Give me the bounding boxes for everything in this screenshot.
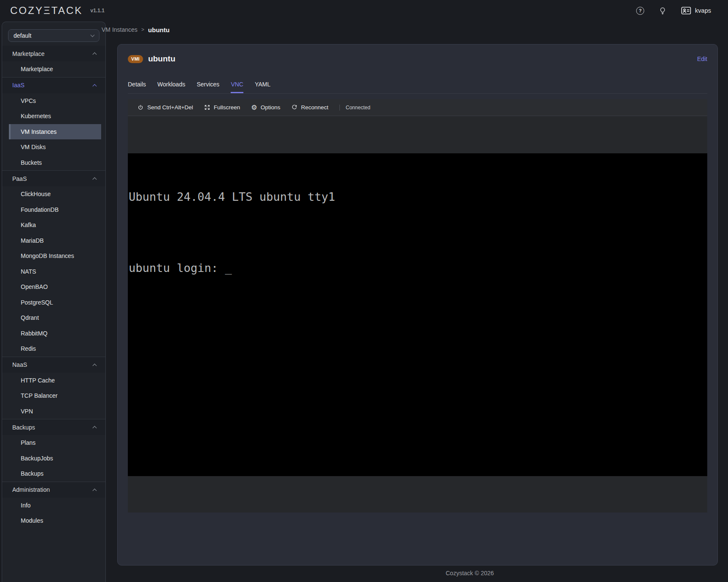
item-label: Qdrant — [21, 314, 39, 321]
send-ctrl-alt-del-button[interactable]: Send Ctrl+Alt+Del — [137, 104, 193, 111]
vnc-console-screen[interactable]: Ubuntu 24.04.4 LTS ubuntu tty1 ubuntu lo… — [128, 153, 707, 476]
sidebar-item-nats[interactable]: NATS — [9, 264, 101, 280]
item-label: OpenBAO — [21, 283, 48, 290]
username: kvaps — [695, 7, 711, 14]
item-label: Kafka — [21, 222, 36, 228]
item-label: Kubernetes — [21, 113, 51, 119]
section-label: Marketplace — [12, 50, 44, 57]
item-label: MongoDB Instances — [21, 252, 74, 259]
sidebar-item-http-cache[interactable]: HTTP Cache — [9, 373, 101, 388]
section-label: Backups — [12, 424, 35, 431]
item-label: VPCs — [21, 97, 36, 104]
sidebar-item-vm-instances[interactable]: VM Instances — [9, 124, 101, 140]
footer-copyright: Cozystack © 2026 — [446, 570, 494, 576]
sidebar-item-modules[interactable]: Modules — [9, 513, 101, 529]
button-label: Send Ctrl+Alt+Del — [147, 104, 193, 111]
section-header-naas[interactable]: NaaS — [2, 357, 105, 373]
chevron-up-icon — [93, 84, 97, 88]
sidebar-item-openbao[interactable]: OpenBAO — [9, 279, 101, 295]
namespace-select-value: default — [14, 32, 31, 39]
section-header-iaas[interactable]: IaaS — [2, 78, 105, 93]
sidebar-item-tcp-balancer[interactable]: TCP Balancer — [9, 388, 101, 404]
button-label: Reconnect — [301, 104, 328, 111]
reconnect-button[interactable]: Reconnect — [291, 104, 328, 111]
theme-toggle-button[interactable] — [659, 7, 667, 15]
sidebar-item-rabbitmq[interactable]: RabbitMQ — [9, 326, 101, 341]
breadcrumb-separator: > — [141, 27, 144, 33]
breadcrumb-vm-instances[interactable]: VM Instances — [102, 26, 138, 33]
section-header-paas[interactable]: PaaS — [2, 171, 105, 186]
chevron-up-icon — [93, 426, 97, 430]
item-label: FoundationDB — [21, 206, 59, 213]
item-label: VPN — [21, 408, 33, 415]
sidebar-item-vpn[interactable]: VPN — [9, 404, 101, 419]
sidebar-item-marketplace[interactable]: Marketplace — [9, 61, 101, 77]
item-label: RabbitMQ — [21, 330, 47, 337]
sidebar-item-backupjobs[interactable]: BackupJobs — [9, 451, 101, 466]
sidebar-item-redis[interactable]: Redis — [9, 341, 101, 357]
button-label: Options — [261, 104, 281, 111]
tab-details[interactable]: Details — [128, 78, 146, 93]
sidebar-item-kubernetes[interactable]: Kubernetes — [9, 108, 101, 124]
section-marketplace: Marketplace Marketplace — [2, 46, 105, 77]
item-label: Info — [21, 502, 30, 509]
app-logo: COZYΞTACK — [10, 5, 83, 17]
sidebar-item-mariadb[interactable]: MariaDB — [9, 233, 101, 249]
fullscreen-button[interactable]: Fullscreen — [204, 104, 240, 111]
sidebar-item-buckets[interactable]: Buckets — [9, 155, 101, 171]
item-label: VM Instances — [21, 128, 57, 135]
item-label: BackupJobs — [21, 455, 53, 462]
help-button[interactable]: ? — [636, 7, 644, 15]
section-header-backups[interactable]: Backups — [2, 419, 105, 435]
section-label: IaaS — [12, 82, 25, 89]
tab-workloads[interactable]: Workloads — [157, 78, 185, 93]
section-header-marketplace[interactable]: Marketplace — [2, 46, 105, 61]
item-label: Backups — [21, 470, 44, 477]
item-label: Buckets — [21, 159, 42, 166]
section-header-administration[interactable]: Administration — [2, 482, 105, 498]
item-label: MariaDB — [21, 237, 44, 244]
footer: Cozystack © 2026 — [102, 570, 728, 576]
vm-detail-card: VMI ubuntu Edit Details Workloads Servic… — [117, 44, 718, 565]
section-label: PaaS — [12, 175, 27, 182]
fullscreen-icon — [204, 104, 210, 111]
id-card-icon — [681, 6, 691, 15]
gear-icon: ⚙ — [251, 104, 257, 111]
console-line: Ubuntu 24.04.4 LTS ubuntu tty1 — [129, 191, 706, 203]
console-prompt: ubuntu login: — [129, 261, 225, 274]
sidebar-item-info[interactable]: Info — [9, 498, 101, 513]
sidebar-menu: Marketplace Marketplace IaaS VPCs Kubern… — [2, 46, 105, 529]
item-label: ClickHouse — [21, 191, 51, 197]
item-label: Plans — [21, 439, 36, 446]
sidebar-item-kafka[interactable]: Kafka — [9, 217, 101, 233]
user-menu[interactable]: kvaps — [681, 6, 711, 15]
sidebar-item-vm-disks[interactable]: VM Disks — [9, 139, 101, 155]
sidebar-item-qdrant[interactable]: Qdrant — [9, 310, 101, 326]
item-label: Modules — [21, 517, 43, 524]
topbar: COZYΞTACK v1.1.1 ? kvaps — [0, 0, 728, 21]
console-prompt-line: ubuntu login: _ — [129, 262, 706, 274]
sidebar-item-backups[interactable]: Backups — [9, 466, 101, 482]
vnc-panel: Ubuntu 24.04.4 LTS ubuntu tty1 ubuntu lo… — [128, 116, 707, 513]
namespace-select[interactable]: default — [8, 29, 99, 42]
vnc-toolbar: Send Ctrl+Alt+Del Fullscreen ⚙ Options — [128, 99, 707, 116]
tab-services[interactable]: Services — [197, 78, 220, 93]
options-button[interactable]: ⚙ Options — [251, 104, 280, 111]
sidebar-item-clickhouse[interactable]: ClickHouse — [9, 186, 101, 202]
edit-button[interactable]: Edit — [697, 55, 707, 62]
sidebar-item-foundationdb[interactable]: FoundationDB — [9, 202, 101, 218]
sidebar-item-postgresql[interactable]: PostgreSQL — [9, 295, 101, 310]
console-blank-line — [129, 227, 706, 238]
sidebar-item-mongodb-instances[interactable]: MongoDB Instances — [9, 248, 101, 264]
item-label: Redis — [21, 345, 36, 352]
sidebar-item-plans[interactable]: Plans — [9, 435, 101, 451]
tab-vnc[interactable]: VNC — [231, 78, 243, 93]
connection-status: Connected — [346, 105, 370, 111]
button-label: Fullscreen — [214, 104, 240, 111]
console-cursor: _ — [225, 261, 232, 274]
sidebar-item-vpcs[interactable]: VPCs — [9, 93, 101, 109]
tab-yaml[interactable]: YAML — [255, 78, 270, 93]
chevron-down-icon — [91, 33, 95, 37]
breadcrumb-current: ubuntu — [148, 26, 170, 33]
tab-bar: Details Workloads Services VNC YAML — [128, 78, 707, 94]
